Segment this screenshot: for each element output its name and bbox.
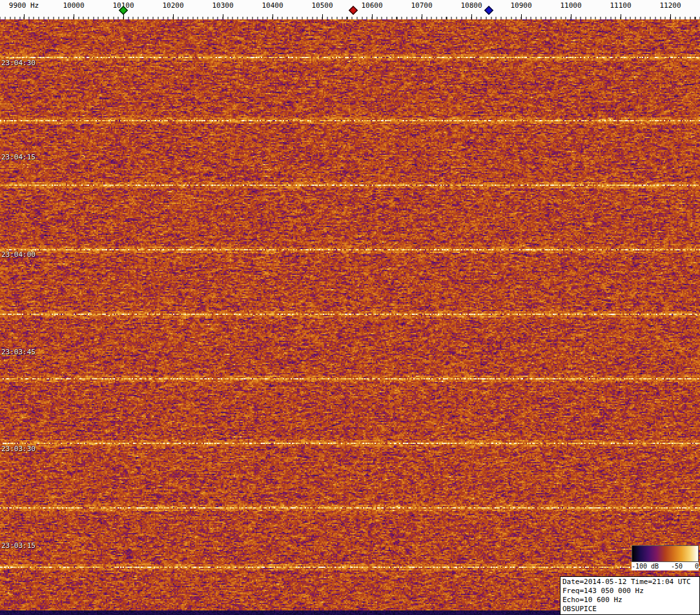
freq-tick-label: 10700 <box>401 1 442 10</box>
time-label: 23:04:00 <box>1 250 36 259</box>
time-label: 23:03:45 <box>1 348 36 356</box>
info-box: Date=2014-05-12 Time=21:04 UTC Freq=143 … <box>560 576 700 615</box>
legend-mid-label: -50 <box>671 562 683 570</box>
freq-tick-label: 10000 <box>53 1 94 10</box>
freq-tick-label: 10600 <box>351 1 393 10</box>
info-date-line: Date=2014-05-12 Time=21:04 UTC <box>562 578 697 587</box>
spectrogram-app: 9900 Hz100001010010200103001040010500106… <box>0 0 700 615</box>
colorbar-gradient <box>632 545 699 562</box>
info-station-line: OBSUPICE <box>562 605 697 614</box>
freq-tick-label: 10400 <box>252 1 293 10</box>
time-label: 23:03:15 <box>1 541 36 550</box>
freq-tick-label: 11200 <box>650 1 691 10</box>
colorbar-labels: -100 dB -50 0 <box>632 562 699 570</box>
freq-tick-label: 10200 <box>152 1 194 10</box>
spectrogram-canvas <box>0 19 700 615</box>
freq-tick-label: 10300 <box>202 1 243 10</box>
frequency-axis: 9900 Hz100001010010200103001040010500106… <box>0 0 700 20</box>
time-label: 23:04:30 <box>1 59 36 67</box>
freq-tick-label: 11000 <box>550 1 592 10</box>
legend-max-label: 0 <box>695 562 699 570</box>
freq-tick-label: 10900 <box>500 1 542 10</box>
time-label: 23:03:30 <box>1 445 36 453</box>
freq-tick-label: 9900 Hz <box>3 1 45 10</box>
freq-tick-label: 10500 <box>302 1 343 10</box>
info-freq-line: Freq=143 050 000 Hz <box>562 587 697 596</box>
legend-min-label: -100 dB <box>632 562 659 570</box>
info-echo-line: Echo=10 600 Hz <box>562 596 697 605</box>
colorbar-legend: -100 dB -50 0 <box>632 545 699 570</box>
time-label: 23:04:15 <box>1 153 36 161</box>
waterfall-area: 23:04:3023:04:1523:04:0023:03:4523:03:30… <box>0 19 700 615</box>
freq-tick-label: 11100 <box>600 1 641 10</box>
